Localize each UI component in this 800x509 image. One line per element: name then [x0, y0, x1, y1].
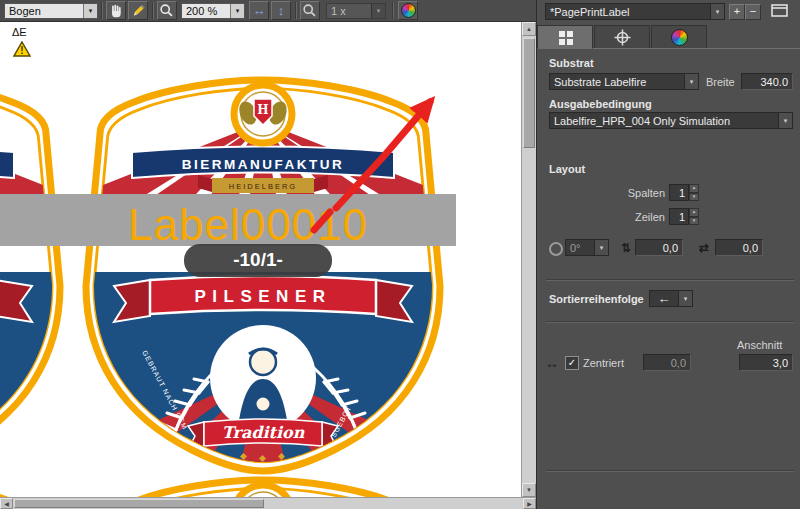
beer-label-next-row[interactable]: [70, 480, 456, 497]
beer-label-next-row-left[interactable]: [0, 480, 76, 497]
settings-panel: *PagePrintLabel ▾ + − Substrat Substrate…: [536, 0, 800, 509]
vertical-scrollbar[interactable]: ▲ ▼: [521, 22, 536, 497]
section-divider: [546, 470, 794, 472]
application-window: Bogen ▾ 200 % ▾ ↔ ↕: [0, 0, 800, 509]
page-template-dropdown[interactable]: *PagePrintLabel ▾: [545, 3, 725, 20]
layout-section-title: Layout: [549, 163, 585, 175]
centered-label: Zentriert: [583, 357, 624, 369]
scroll-up-icon: ▲: [526, 26, 532, 32]
preview-scale-dropdown[interactable]: 1 x ▾: [326, 3, 386, 19]
output-condition-value: Labelfire_HPR_004 Only Simulation: [550, 115, 778, 127]
chevron-down-icon: ▾: [678, 291, 692, 306]
artwork-layer: GEBRAUT NACH DEM REINHEITSGEBOT BIERMANU…: [0, 22, 521, 497]
zoom-level-value: 200 %: [182, 5, 230, 17]
move-horizontal-icon: ↔: [545, 356, 559, 370]
new-window-button[interactable]: [771, 4, 789, 18]
remove-page-button[interactable]: −: [745, 4, 761, 20]
magnifier-icon: [301, 2, 319, 20]
columns-stepper[interactable]: 1 ▴▾: [669, 184, 699, 201]
spinner-down-icon[interactable]: ▾: [689, 193, 699, 202]
grid-icon: [558, 30, 573, 45]
centered-checkbox[interactable]: ✓: [565, 356, 579, 370]
color-wheel-icon: [671, 29, 688, 46]
spinner-up-icon[interactable]: ▴: [689, 184, 699, 193]
hand-icon: [107, 2, 125, 20]
delta-e-indicator: ΔE: [12, 26, 27, 38]
vertical-scroll-thumb[interactable]: [523, 38, 535, 148]
chevron-down-icon: ▾: [684, 74, 698, 89]
tab-color[interactable]: [651, 25, 707, 49]
main-toolbar: Bogen ▾ 200 % ▾ ↔ ↕: [0, 0, 537, 22]
color-management-button[interactable]: [398, 1, 418, 20]
zoom-preview-button[interactable]: [300, 1, 320, 20]
hand-tool-button[interactable]: [106, 1, 126, 20]
fit-height-button[interactable]: ↕: [271, 1, 291, 20]
spinner-up-icon[interactable]: ▴: [689, 208, 699, 217]
toolbar-separator: [295, 2, 297, 19]
chevron-down-icon: ▾: [83, 4, 97, 18]
rotation-icon: [549, 242, 563, 256]
scroll-down-icon: ▼: [526, 487, 532, 493]
output-condition-dropdown[interactable]: Labelfire_HPR_004 Only Simulation ▾: [549, 112, 793, 129]
sort-order-dropdown[interactable]: ← ▾: [649, 290, 693, 307]
fit-height-icon: ↕: [278, 4, 285, 17]
sort-arrow-icon: ←: [650, 291, 678, 306]
horizontal-scroll-thumb[interactable]: [14, 499, 264, 508]
rotation-value: 0°: [566, 242, 594, 254]
tab-registration[interactable]: [594, 25, 650, 49]
toolbar-separator: [101, 2, 103, 19]
scroll-up-button[interactable]: ▲: [522, 22, 536, 36]
sheet-canvas[interactable]: GEBRAUT NACH DEM REINHEITSGEBOT BIERMANU…: [0, 22, 521, 497]
tab-layout[interactable]: [537, 25, 593, 49]
page-template-value: *PagePrintLabel: [546, 6, 710, 18]
magnifier-icon: [158, 2, 176, 20]
warning-icon: !: [13, 41, 31, 57]
vertical-gap-icon: ⇅: [621, 242, 631, 254]
fit-width-button[interactable]: ↔: [249, 1, 269, 20]
edit-tool-button[interactable]: [128, 1, 148, 20]
zoom-tool-button[interactable]: [157, 1, 177, 20]
add-page-button[interactable]: +: [729, 4, 745, 20]
pencil-icon: [129, 2, 147, 20]
substrate-dropdown[interactable]: Substrate Labelfire ▾: [549, 73, 699, 90]
fit-width-icon: ↔: [253, 4, 266, 17]
columns-value: 1: [669, 184, 689, 201]
toolbar-separator: [392, 2, 394, 19]
sheet-format-value: Bogen: [5, 5, 83, 17]
section-divider: [546, 279, 794, 281]
bleed-label: Anschnitt: [737, 339, 782, 351]
rows-value: 1: [669, 208, 689, 225]
centered-offset-field[interactable]: 0,0: [643, 354, 691, 371]
nutzen-count-text: -10/1-: [233, 249, 283, 270]
scroll-right-icon: ▶: [527, 500, 532, 507]
rows-stepper[interactable]: 1 ▴▾: [669, 208, 699, 225]
zoom-level-dropdown[interactable]: 200 % ▾: [181, 3, 245, 19]
substrate-section-title: Substrat: [549, 57, 594, 69]
width-field[interactable]: 340.0: [741, 73, 793, 90]
scroll-down-button[interactable]: ▼: [522, 483, 536, 497]
rows-label: Zeilen: [617, 211, 665, 223]
bleed-field[interactable]: 3,0: [739, 354, 793, 371]
chevron-down-icon: ▾: [778, 113, 792, 128]
vertical-gap-field[interactable]: 0,0: [635, 239, 683, 256]
chevron-down-icon: ▾: [594, 240, 608, 255]
output-section-title: Ausgabebedingung: [549, 98, 652, 110]
beer-label-left-neighbor[interactable]: [0, 80, 76, 492]
horizontal-gap-field[interactable]: 0,0: [715, 239, 763, 256]
width-label: Breite: [706, 76, 735, 88]
preview-scale-value: 1 x: [327, 5, 371, 17]
scroll-left-icon: ◀: [4, 500, 9, 507]
color-wheel-icon: [401, 3, 416, 18]
sheet-format-dropdown[interactable]: Bogen ▾: [4, 3, 98, 19]
chevron-down-icon: ▾: [230, 4, 244, 18]
sort-order-title: Sortierreihenfolge: [549, 293, 644, 305]
rotation-dropdown[interactable]: 0° ▾: [565, 239, 609, 256]
horizontal-scrollbar[interactable]: ◀ ▶: [0, 497, 536, 509]
svg-text:!: !: [20, 45, 23, 56]
spinner-down-icon[interactable]: ▾: [689, 217, 699, 226]
horizontal-gap-icon: ⇄: [699, 242, 709, 254]
section-divider: [546, 321, 794, 323]
scroll-right-button[interactable]: ▶: [523, 498, 536, 509]
chevron-down-icon: ▾: [371, 4, 385, 18]
scroll-left-button[interactable]: ◀: [0, 498, 13, 509]
